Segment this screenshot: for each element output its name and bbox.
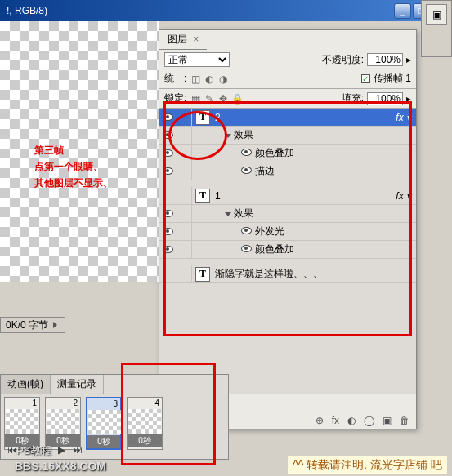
effects-row[interactable]: 效果 [159,205,416,223]
text-layer-icon: T [195,267,210,282]
layer-name: 1 [213,190,391,202]
add-fx-icon[interactable]: fx [332,415,339,426]
lock-row: 锁定: ▦ ✎ ✥ 🔒 填充: ▸ [159,88,416,108]
frame-thumbnail [88,410,121,434]
fx-indicator[interactable]: fx ▾ [391,112,416,123]
fx-indicator[interactable]: fx ▾ [391,190,416,202]
opacity-label: 不透明度: [322,53,364,67]
frame-thumbnail [128,409,161,434]
frame-item[interactable]: 4 0秒 [127,397,163,450]
unify-position-icon[interactable]: ◫ [190,73,201,85]
lock-position-icon[interactable]: ✥ [217,93,229,105]
layer-name: 渐隐字就是这样啦、、、 [213,267,416,281]
animation-tabs: 动画(帧) 测量记录 [1,375,228,394]
watermark: PS教程 [16,443,51,458]
tab-animation[interactable]: 动画(帧) [1,375,51,394]
close-tab-icon[interactable]: × [193,33,199,45]
add-mask-icon[interactable]: ◐ [347,415,356,426]
window-titlebar: !, RGB/8) _ □ × [0,0,452,21]
layers-tab[interactable]: 图层 × [159,30,207,50]
blend-mode-select[interactable]: 正常 [164,52,230,67]
trash-icon[interactable]: 🗑 [400,415,409,426]
fill-label: 填充: [342,91,364,105]
visibility-eye-icon[interactable] [163,149,173,157]
frame-thumbnail [47,409,79,434]
fill-input[interactable] [367,92,403,105]
unify-row: 统一: ◫ ◐ ◑ ✓ 传播帧 1 [159,69,416,88]
watermark: ^^ 转载请注明. 流光字店铺 吧 [288,456,447,474]
chevron-right-icon[interactable]: ▸ [406,93,411,105]
frame-item[interactable]: 3 0秒 [86,397,122,450]
lock-transparent-icon[interactable]: ▦ [190,93,201,105]
status-menu-icon[interactable] [53,322,57,328]
watermark: BBS.16XX8.COM [15,460,106,473]
window-title: !, RGB/8) [3,5,394,16]
lock-label: 锁定: [164,91,186,105]
lock-pixels-icon[interactable]: ✎ [204,93,215,105]
unify-style-icon[interactable]: ◑ [217,73,229,85]
visibility-eye-icon[interactable] [163,210,173,217]
lock-icons: ▦ ✎ ✥ 🔒 [190,93,243,105]
unify-visibility-icon[interactable]: ◐ [204,73,215,85]
annotation-text: 第三帧 点第一个眼睛、 其他图层不显示、 [34,142,113,191]
visibility-eye-icon[interactable] [163,167,173,175]
tab-measurement[interactable]: 测量记录 [51,375,104,394]
layer-list: T 2 fx ▾ 效果 颜色叠加 描边 T 1 fx ▾ [159,108,416,394]
visibility-eye-icon[interactable] [163,131,173,139]
propagate-checkbox[interactable]: ✓ [361,74,370,83]
layer-name: 2 [213,112,391,123]
status-text: 0K/0 字节 [6,318,48,332]
unify-icons: ◫ ◐ ◑ [190,73,229,85]
next-frame-icon[interactable]: ▶ [55,444,68,456]
text-layer-icon: T [195,189,210,203]
right-dock: ▣ [421,0,452,57]
visibility-eye-icon[interactable] [163,113,173,121]
new-layer-icon[interactable]: ▣ [383,415,392,426]
propagate-label: 传播帧 1 [374,72,411,86]
effect-item[interactable]: 颜色叠加 [159,241,416,259]
layer-item[interactable]: T 1 fx ▾ [159,187,416,205]
text-layer-icon: T [195,110,210,125]
effects-row[interactable]: 效果 [159,127,416,145]
visibility-eye-icon[interactable] [163,228,173,235]
last-frame-icon[interactable]: ⏭ [71,444,84,456]
layer-item[interactable]: T 2 fx ▾ [159,109,416,127]
unify-label: 统一: [164,72,186,86]
effect-item[interactable]: 外发光 [159,223,416,241]
opacity-input[interactable] [367,53,403,66]
link-layers-icon[interactable]: ⊕ [316,415,324,426]
lock-all-icon[interactable]: 🔒 [231,93,243,105]
minimize-button[interactable]: _ [394,3,411,19]
tool-icon[interactable]: ▣ [426,4,447,25]
visibility-eye-icon[interactable] [163,246,173,253]
chevron-right-icon[interactable]: ▸ [406,54,411,65]
adjustment-icon[interactable]: ◯ [364,415,374,426]
frame-thumbnail [6,409,38,434]
layer-item[interactable]: T 渐隐字就是这样啦、、、 [159,265,416,283]
effect-item[interactable]: 颜色叠加 [159,145,416,162]
status-bar: 0K/0 字节 [0,317,65,333]
blend-row: 正常 不透明度: ▸ [159,50,416,69]
layers-panel: 图层 × 正常 不透明度: ▸ 统一: ◫ ◐ ◑ ✓ 传播帧 1 锁定: ▦ … [159,29,417,429]
effect-item[interactable]: 描边 [159,162,416,180]
